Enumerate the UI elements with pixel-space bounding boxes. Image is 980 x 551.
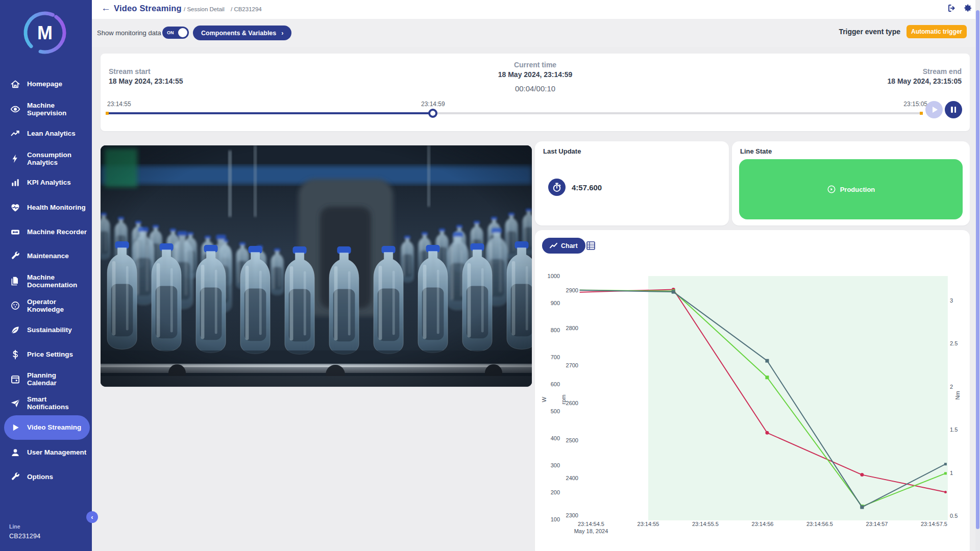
y-axis-title-Nm: Nm: [954, 391, 961, 399]
logo-letter: M: [37, 22, 53, 43]
sidebar-footer: Line CB231294: [9, 523, 40, 540]
sidebar-item-label: Options: [27, 473, 87, 481]
recorder-icon: [10, 227, 20, 237]
back-arrow-icon[interactable]: ←: [101, 3, 111, 14]
sidebar-item-label: Video Streaming: [27, 423, 87, 431]
toolbar: Show monitoring data ON Components & Var…: [92, 19, 980, 47]
breadcrumb-session[interactable]: / Session Detail: [184, 6, 225, 12]
slider-current-time: 23:14:59: [421, 101, 445, 108]
sidebar-item-label: Planning Calendar: [27, 371, 87, 387]
gear-icon[interactable]: [964, 4, 973, 13]
stopwatch-icon: [548, 179, 566, 196]
timeline-handle[interactable]: [428, 109, 437, 118]
table-view-button[interactable]: [586, 241, 595, 250]
slider-end-time: 23:15:05: [887, 101, 927, 108]
bottling-line-video-still: [101, 145, 532, 387]
play-button[interactable]: [925, 101, 943, 118]
series-rpm-point: [944, 491, 947, 493]
timeline-track[interactable]: [107, 112, 921, 114]
toggle-state-label: ON: [167, 30, 174, 35]
series-Nm-point: [944, 463, 947, 465]
series-Nm-point: [672, 290, 675, 294]
last-update-value: 4:57.600: [572, 183, 602, 192]
sidebar-item-machine-recorder[interactable]: Machine Recorder: [4, 220, 90, 244]
sidebar-item-operator-knowledge[interactable]: Operator Knowledge: [4, 293, 90, 318]
pause-button[interactable]: [945, 101, 962, 118]
y-tick-W: 400: [551, 435, 560, 441]
video-frame[interactable]: [101, 145, 532, 387]
sidebar-item-label: Machine Recorder: [27, 228, 87, 236]
sidebar-item-consumption-analytics[interactable]: Consumption Analytics: [4, 146, 90, 171]
sidebar-item-label: Lean Analytics: [27, 130, 87, 137]
wrench-icon: [10, 251, 20, 261]
line-state-value: Production: [840, 186, 875, 193]
monitoring-toggle[interactable]: ON: [162, 27, 189, 39]
sidebar-item-smart-notifications[interactable]: Smart Notifications: [4, 391, 90, 415]
last-update-card: Last Update 4:57.600: [535, 141, 729, 226]
user-icon: [10, 447, 20, 458]
sidebar-item-health-monitoring[interactable]: Health Monitoring: [4, 195, 90, 220]
sidebar-item-homepage[interactable]: Homepage: [4, 72, 90, 96]
line-label: Line: [9, 523, 40, 530]
sidebar-collapse-button[interactable]: ‹: [86, 511, 98, 523]
sidebar-item-kpi-analytics[interactable]: KPI Analytics: [4, 170, 90, 195]
line-state-title: Line State: [740, 147, 772, 155]
y-axis-title-rpm: rpm: [560, 395, 567, 405]
sidebar-item-sustainability[interactable]: Sustainability: [4, 318, 90, 342]
components-variables-button[interactable]: Components & Variables ›: [193, 26, 291, 40]
series-Nm-point: [765, 359, 769, 363]
chart-button-label: Chart: [561, 242, 578, 249]
y-tick-W: 900: [551, 300, 560, 306]
home-icon: [10, 79, 20, 89]
y-tick-Nm: 3: [950, 297, 953, 304]
sidebar-item-label: Machine Supervision: [27, 102, 87, 117]
y-tick-rpm: 2700: [566, 362, 578, 368]
sidebar-item-maintenance[interactable]: Maintenance: [4, 244, 90, 268]
sidebar-item-label: Price Settings: [27, 350, 87, 358]
pause-icon: [951, 107, 956, 113]
send-icon: [10, 398, 20, 408]
slider-start-time: 23:14:55: [107, 101, 131, 108]
sidebar-item-video-streaming[interactable]: Video Streaming: [4, 415, 90, 440]
sidebar-item-label: Sustainability: [27, 326, 87, 334]
x-tick-label: 23:14:56: [752, 521, 774, 527]
bars-icon: [10, 178, 20, 188]
y-tick-W: 300: [551, 462, 560, 468]
sidebar-item-lean-analytics[interactable]: Lean Analytics: [4, 121, 90, 146]
page-title: Video Streaming: [114, 4, 182, 13]
sidebar-item-label: KPI Analytics: [27, 179, 87, 186]
current-time-label: Current time: [101, 61, 970, 69]
y-axis-title-W: W: [541, 396, 547, 402]
trigger-type-badge: Automatic trigger: [906, 25, 967, 38]
y-tick-Nm: 1.5: [950, 427, 958, 433]
sidebar-item-planning-calendar[interactable]: Planning Calendar: [4, 367, 90, 391]
sidebar-item-options[interactable]: Options: [4, 465, 90, 489]
line-state-badge: Production: [739, 159, 963, 219]
logout-icon[interactable]: [947, 4, 957, 13]
bolt-icon: [10, 154, 20, 164]
operator-icon: [10, 300, 20, 311]
dollar-icon: [10, 349, 20, 360]
show-monitoring-label: Show monitoring data: [97, 29, 161, 37]
chart-tab-button[interactable]: Chart: [542, 238, 585, 254]
y-tick-rpm: 2300: [566, 512, 578, 518]
series-W-point: [944, 472, 947, 474]
toggle-knob: [178, 28, 187, 37]
scrollbar-thumb[interactable]: [976, 10, 979, 529]
x-tick-label: 23:14:55.5: [692, 521, 719, 527]
y-tick-rpm: 2800: [566, 325, 578, 331]
sidebar-item-machine-supervision[interactable]: Machine Supervision: [4, 97, 90, 121]
y-tick-rpm: 2900: [566, 287, 578, 293]
trend-icon: [10, 129, 20, 139]
y-tick-Nm: 2.5: [950, 340, 958, 346]
stream-timeline-panel: Stream start 18 May 2024, 23:14:55 Curre…: [101, 54, 970, 131]
y-tick-rpm: 2600: [566, 400, 578, 406]
sidebar-item-price-settings[interactable]: Price Settings: [4, 342, 90, 367]
sidebar-item-machine-documentation[interactable]: Machine Documentation: [4, 269, 90, 293]
x-tick-label: 23:14:56.5: [806, 521, 833, 527]
x-tick-label: 23:14:57: [866, 521, 888, 527]
series-W-point: [765, 375, 769, 379]
sidebar-item-label: Machine Documentation: [27, 273, 87, 289]
sidebar-item-user-management[interactable]: User Management: [4, 440, 90, 465]
play-circle-icon: [827, 185, 836, 194]
